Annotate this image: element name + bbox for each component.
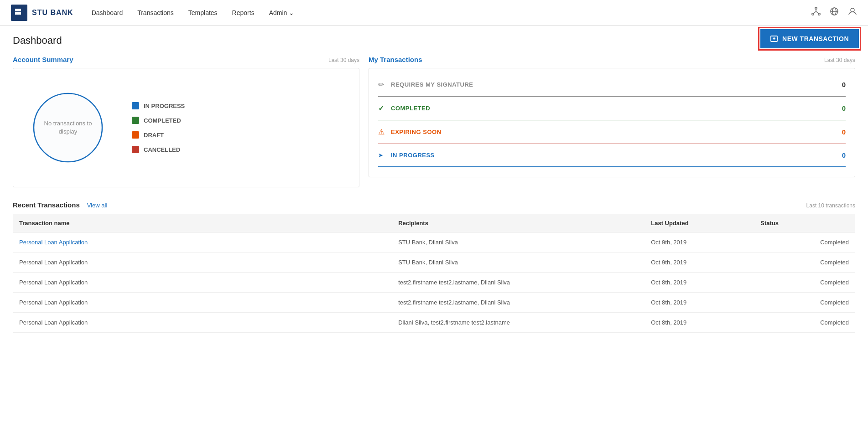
legend-item-draft: DRAFT	[132, 131, 185, 139]
donut-chart: No transactions to display	[22, 82, 114, 173]
stat-count-signature: 0	[842, 81, 846, 88]
account-summary-box: No transactions to display IN PROGRESS C…	[13, 68, 359, 187]
transaction-updated: Oct 8th, 2019	[645, 313, 754, 333]
stat-label-signature: REQUIRES MY SIGNATURE	[391, 81, 842, 88]
svg-rect-1	[18, 9, 21, 11]
transaction-name: Personal Loan Application	[13, 273, 392, 293]
transaction-status: Completed	[754, 253, 855, 273]
logo-text: STU BANK	[32, 9, 73, 17]
chevron-down-icon: ⌄	[289, 9, 294, 16]
col-header-updated: Last Updated	[645, 214, 754, 232]
svg-rect-3	[18, 12, 21, 15]
inprogress-icon: ➤	[378, 152, 391, 159]
transaction-name-link[interactable]: Personal Loan Application	[19, 239, 88, 246]
view-all-link[interactable]: View all	[87, 202, 108, 209]
stat-row-signature[interactable]: ✏ REQUIRES MY SIGNATURE 0	[378, 73, 846, 97]
nav-transactions[interactable]: Transactions	[137, 7, 174, 18]
legend-item-cancelled: CANCELLED	[132, 146, 185, 153]
network-icon[interactable]	[811, 7, 821, 18]
transactions-tbody: Personal Loan ApplicationSTU Bank, Dilan…	[13, 232, 855, 333]
legend-item-completed: COMPLETED	[132, 117, 185, 124]
logo-area: STU BANK	[11, 5, 73, 21]
transaction-recipients: STU Bank, Dilani Silva	[392, 232, 645, 253]
main-content: Dashboard NEW TRANSACTION Account Summar…	[0, 26, 868, 342]
transaction-recipients: test2.firstname test2.lastname, Dilani S…	[392, 273, 645, 293]
legend-color-inprogress	[132, 102, 139, 109]
my-transactions-header: My Transactions Last 30 days	[369, 56, 855, 63]
transaction-name: Personal Loan Application	[13, 253, 392, 273]
nav-templates[interactable]: Templates	[188, 7, 218, 18]
recent-transactions-title: Recent Transactions	[13, 201, 80, 209]
col-header-status: Status	[754, 214, 855, 232]
expiring-icon: ⚠	[378, 128, 391, 136]
transaction-recipients: Dilani Silva, test2.firstname test2.last…	[392, 313, 645, 333]
new-transaction-button[interactable]: NEW TRANSACTION	[760, 29, 859, 48]
chart-legend: IN PROGRESS COMPLETED DRAFT CANCELLED	[132, 102, 185, 153]
stat-label-completed: COMPLETED	[391, 105, 842, 112]
transaction-status: Completed	[754, 232, 855, 253]
stat-count-inprogress: 0	[842, 151, 846, 159]
page-title: Dashboard	[13, 35, 855, 46]
header-icons	[811, 7, 857, 18]
transaction-updated: Oct 9th, 2019	[645, 253, 754, 273]
table-row: Personal Loan ApplicationSTU Bank, Dilan…	[13, 232, 855, 253]
signature-icon: ✏	[378, 80, 391, 89]
col-header-name: Transaction name	[13, 214, 392, 232]
transaction-status: Completed	[754, 313, 855, 333]
stat-label-expiring: EXPIRING SOON	[391, 129, 842, 135]
legend-color-cancelled	[132, 146, 139, 153]
recent-transactions-section: Recent Transactions View all Last 10 tra…	[13, 201, 855, 333]
stat-count-completed: 0	[842, 104, 846, 112]
nav-reports[interactable]: Reports	[232, 7, 255, 18]
account-summary-title: Account Summary	[13, 56, 73, 63]
logo-icon	[11, 5, 27, 21]
svg-rect-0	[15, 9, 18, 11]
recent-transactions-subtitle: Last 10 transactions	[806, 202, 855, 209]
nav-admin[interactable]: Admin ⌄	[269, 7, 295, 18]
table-row: Personal Loan ApplicationDilani Silva, t…	[13, 313, 855, 333]
transaction-updated: Oct 9th, 2019	[645, 232, 754, 253]
stat-row-inprogress[interactable]: ➤ IN PROGRESS 0	[378, 144, 846, 167]
svg-line-9	[816, 11, 819, 14]
transaction-recipients: STU Bank, Dilani Silva	[392, 253, 645, 273]
table-header: Transaction name Recipients Last Updated…	[13, 214, 855, 232]
stat-count-expiring: 0	[842, 128, 846, 136]
col-header-recipients: Recipients	[392, 214, 645, 232]
legend-color-completed	[132, 117, 139, 124]
account-summary-header: Account Summary Last 30 days	[13, 56, 359, 63]
transaction-updated: Oct 8th, 2019	[645, 273, 754, 293]
stat-row-completed[interactable]: ✓ COMPLETED 0	[378, 97, 846, 120]
table-row: Personal Loan Applicationtest2.firstname…	[13, 273, 855, 293]
svg-rect-2	[15, 12, 18, 15]
main-nav: Dashboard Transactions Templates Reports…	[92, 7, 811, 18]
my-transactions-box: ✏ REQUIRES MY SIGNATURE 0 ✓ COMPLETED 0 …	[369, 68, 855, 177]
user-icon[interactable]	[848, 7, 857, 18]
table-row: Personal Loan ApplicationSTU Bank, Dilan…	[13, 253, 855, 273]
transaction-status: Completed	[754, 293, 855, 313]
transaction-name: Personal Loan Application	[13, 313, 392, 333]
legend-color-draft	[132, 131, 139, 139]
donut-label: No transactions to display	[41, 119, 95, 136]
stat-row-expiring[interactable]: ⚠ EXPIRING SOON 0	[378, 120, 846, 144]
svg-line-8	[813, 11, 816, 14]
svg-rect-4	[815, 7, 817, 9]
transaction-name: Personal Loan Application	[13, 293, 392, 313]
svg-point-13	[851, 8, 854, 12]
legend-item-inprogress: IN PROGRESS	[132, 102, 185, 109]
table-row: Personal Loan Applicationtest2.firstname…	[13, 293, 855, 313]
dashboard-row: Account Summary Last 30 days No transact…	[13, 56, 855, 187]
transaction-status: Completed	[754, 273, 855, 293]
my-transactions-section: My Transactions Last 30 days ✏ REQUIRES …	[369, 56, 855, 187]
transaction-recipients: test2.firstname test2.lastname, Dilani S…	[392, 293, 645, 313]
my-transactions-title: My Transactions	[369, 56, 422, 63]
transaction-updated: Oct 8th, 2019	[645, 293, 754, 313]
account-summary-subtitle: Last 30 days	[328, 57, 359, 63]
nav-dashboard[interactable]: Dashboard	[92, 7, 123, 18]
account-summary-section: Account Summary Last 30 days No transact…	[13, 56, 359, 187]
stat-label-inprogress: IN PROGRESS	[391, 152, 842, 159]
recent-transactions-header: Recent Transactions View all Last 10 tra…	[13, 201, 855, 209]
my-transactions-subtitle: Last 30 days	[824, 57, 855, 63]
transactions-table: Transaction name Recipients Last Updated…	[13, 214, 855, 333]
globe-icon[interactable]	[830, 7, 839, 18]
completed-icon: ✓	[378, 104, 391, 113]
